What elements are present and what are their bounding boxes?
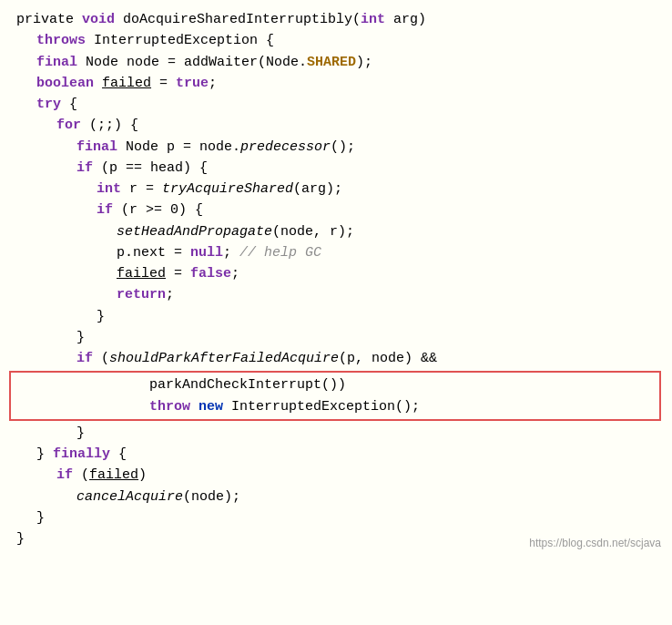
code-line: } finally { <box>9 444 672 465</box>
code-line: } <box>9 423 672 444</box>
code-line: final Node p = node.predecessor(); <box>9 137 672 158</box>
code-line: failed = false; <box>9 263 672 284</box>
code-line: if (p == head) { <box>9 158 672 179</box>
code-line: setHeadAndPropagate(node, r); <box>9 221 672 242</box>
code-line: if (failed) <box>9 465 672 486</box>
code-line: for (;;) { <box>9 115 672 136</box>
code-line: cancelAcquire(node); <box>9 487 672 507</box>
code-line: if (r >= 0) { <box>9 200 672 220</box>
code-line: return; <box>9 284 672 305</box>
code-line: final Node node = addWaiter(Node.SHARED)… <box>9 52 672 73</box>
code-line: } <box>9 327 672 348</box>
code-line: boolean failed = true; <box>9 73 672 94</box>
code-line: throws InterruptedException { <box>9 30 672 51</box>
code-editor: private void doAcquireSharedInterruptibl… <box>0 0 672 558</box>
code-line: throw new InterruptedException(); <box>11 396 659 417</box>
code-line: } <box>9 306 672 327</box>
code-line: try { <box>9 94 672 115</box>
watermark: https://blog.csdn.net/scjava <box>529 535 661 552</box>
code-line: parkAndCheckInterrupt()) <box>11 374 659 395</box>
code-line: } <box>9 507 672 528</box>
code-line: int r = tryAcquireShared(arg); <box>9 179 672 200</box>
code-line: if (shouldParkAfterFailedAcquire(p, node… <box>9 348 672 369</box>
highlight-block: parkAndCheckInterrupt()) throw new Inter… <box>9 371 661 421</box>
code-line: private void doAcquireSharedInterruptibl… <box>9 9 672 30</box>
code-line: p.next = null; // help GC <box>9 242 672 263</box>
